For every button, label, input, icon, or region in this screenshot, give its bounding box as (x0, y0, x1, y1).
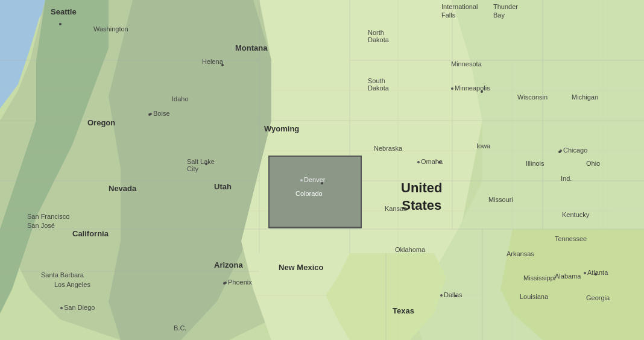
boise-dot (148, 113, 151, 116)
seattle-dot (59, 23, 62, 25)
map-svg (0, 0, 644, 340)
omaha-dot (438, 161, 441, 163)
chicago-dot (558, 151, 561, 153)
phoenix-dot (223, 282, 226, 285)
helena-dot (221, 64, 224, 66)
minneapolis-dot (481, 90, 483, 93)
saltlakecity-dot (205, 163, 207, 165)
atlanta-dot (595, 273, 597, 275)
map-container: Seattle Washington Montana Helena Idaho … (0, 0, 644, 340)
dallas-dot (455, 295, 457, 297)
svg-rect-16 (268, 157, 362, 229)
denver-dot (321, 182, 323, 184)
